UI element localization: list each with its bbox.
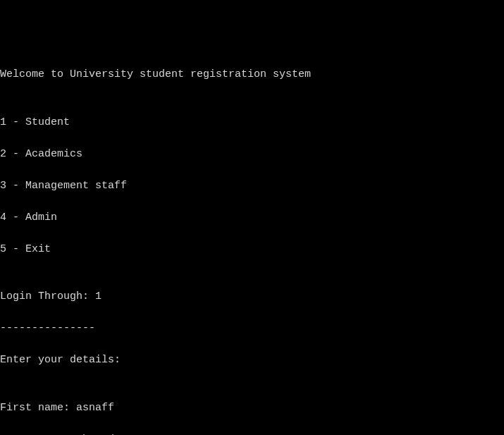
first-name-label: First name: [0, 402, 76, 414]
details-header: Enter your details: [0, 353, 504, 369]
welcome-message: Welcome to University student registrati… [0, 67, 504, 83]
menu-item-student: 1 - Student [0, 115, 504, 131]
login-input-value[interactable]: 1 [95, 290, 102, 302]
last-name-line: Last name: mohamed [0, 432, 504, 436]
menu-item-exit: 5 - Exit [0, 242, 504, 258]
login-divider: --------------- [0, 321, 504, 337]
menu-item-management: 3 - Management staff [0, 178, 504, 195]
first-name-line: First name: asnaff [0, 400, 504, 417]
login-prompt-line: Login Through: 1 [0, 289, 504, 305]
login-prompt: Login Through: [0, 290, 95, 302]
first-name-value[interactable]: asnaff [76, 402, 114, 414]
menu-item-academics: 2 - Academics [0, 147, 504, 163]
menu-item-admin: 4 - Admin [0, 210, 504, 226]
